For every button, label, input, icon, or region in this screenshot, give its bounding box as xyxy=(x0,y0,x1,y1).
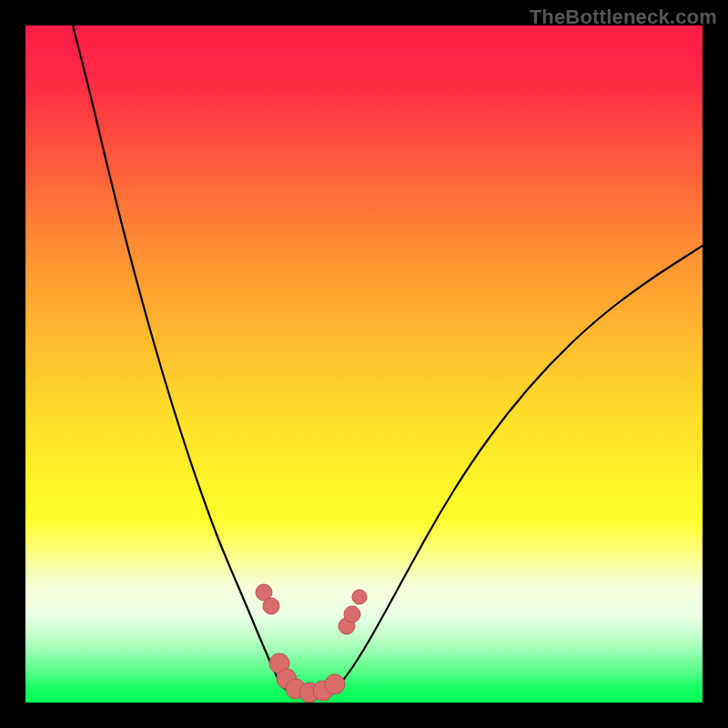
curve-marker xyxy=(263,598,279,614)
bottleneck-curve xyxy=(73,25,703,695)
curve-marker xyxy=(352,590,367,604)
chart-svg xyxy=(25,25,703,703)
curve-marker xyxy=(344,606,360,622)
watermark-text: TheBottleneck.com xyxy=(530,5,717,29)
curve-markers xyxy=(256,584,367,703)
curve-marker xyxy=(325,674,345,694)
